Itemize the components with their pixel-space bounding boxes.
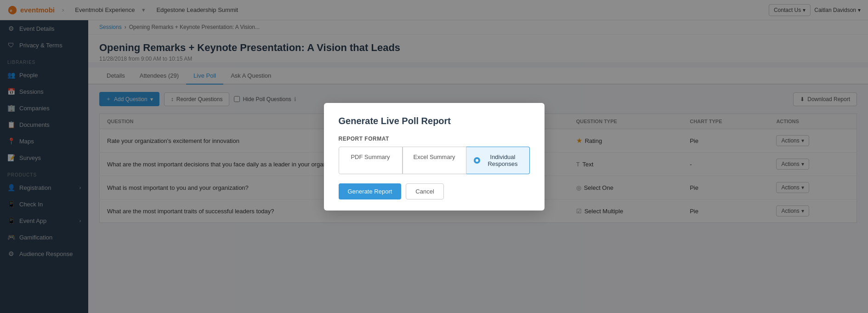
generate-report-button[interactable]: Generate Report: [339, 183, 402, 199]
format-excel[interactable]: Excel Summary: [403, 147, 466, 174]
format-individual[interactable]: Individual Responses: [466, 147, 530, 174]
modal-overlay[interactable]: Generate Live Poll Report Report Format …: [0, 0, 868, 313]
format-pdf[interactable]: PDF Summary: [339, 147, 403, 174]
modal: Generate Live Poll Report Report Format …: [324, 103, 545, 211]
cancel-button[interactable]: Cancel: [406, 183, 443, 199]
report-format-options: PDF Summary Excel Summary Individual Res…: [339, 147, 530, 174]
modal-format-label: Report Format: [339, 136, 530, 142]
modal-actions: Generate Report Cancel: [339, 183, 530, 199]
modal-title: Generate Live Poll Report: [339, 116, 530, 126]
radio-selected-icon: [474, 157, 480, 164]
